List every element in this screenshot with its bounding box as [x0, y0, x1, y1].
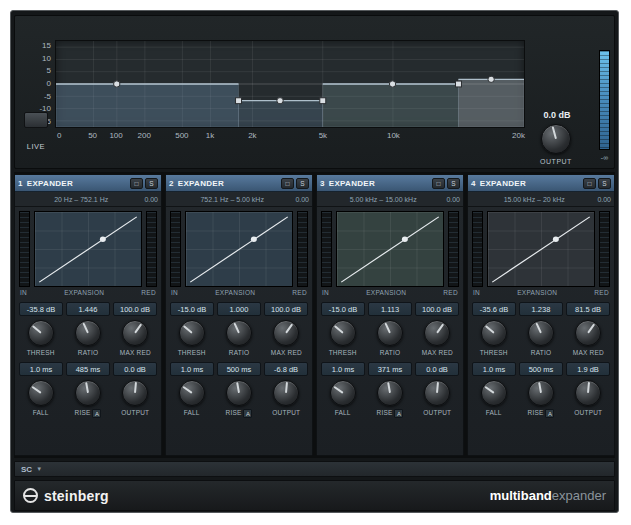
band-bypass-button[interactable]: □ [583, 178, 596, 189]
maxred-knob[interactable] [273, 320, 299, 346]
thresh-value[interactable]: -35.6 dB [472, 302, 516, 316]
band-frequency-range[interactable]: 752.1 Hz – 5.00 kHz 0.00 [166, 193, 312, 207]
curve-labels: IN EXPANSION RED [20, 289, 156, 296]
ratio-value[interactable]: 1.113 [368, 302, 412, 316]
rise-value[interactable]: 485 ms [66, 362, 110, 376]
maxred-knob[interactable] [424, 320, 450, 346]
thresh-value[interactable]: -15.0 dB [321, 302, 365, 316]
maxred-value[interactable]: 100.0 dB [415, 302, 459, 316]
auto-release-button[interactable]: A [394, 409, 403, 418]
db-tick: -5 [15, 92, 51, 101]
curve-handle[interactable] [100, 237, 106, 242]
band-2-region[interactable] [239, 101, 323, 127]
maxred-knob[interactable] [122, 320, 148, 346]
ratio-value[interactable]: 1.238 [519, 302, 563, 316]
auto-release-button[interactable]: A [243, 409, 252, 418]
frequency-plot[interactable] [55, 40, 525, 128]
band-output-value[interactable]: -6.8 dB [264, 362, 308, 376]
band-solo-button[interactable]: S [145, 178, 158, 189]
expansion-curve[interactable] [336, 211, 444, 287]
thresh-knob[interactable] [179, 320, 205, 346]
band-solo-button[interactable]: S [296, 178, 309, 189]
fall-knob[interactable] [481, 380, 507, 406]
rise-value[interactable]: 371 ms [368, 362, 412, 376]
ratio-knob[interactable] [226, 320, 252, 346]
band-output-knob[interactable] [575, 380, 601, 406]
band-output-value[interactable]: 0.0 dB [415, 362, 459, 376]
master-output-knob[interactable] [541, 124, 571, 154]
rise-value[interactable]: 500 ms [217, 362, 261, 376]
band-header[interactable]: 3 EXPANDER □ S [317, 175, 463, 192]
fall-value[interactable]: 1.0 ms [19, 362, 63, 376]
crossover-handle-3[interactable] [455, 81, 461, 87]
band-range-value: 0.00 [295, 196, 309, 203]
curve-handle[interactable] [251, 237, 257, 242]
band-output-value[interactable]: 1.9 dB [566, 362, 610, 376]
rise-knob[interactable] [377, 380, 403, 406]
thresh-value[interactable]: -15.0 dB [170, 302, 214, 316]
band-range-text: 752.1 Hz – 5.00 kHz [169, 196, 295, 203]
ratio-value[interactable]: 1.446 [66, 302, 110, 316]
freq-tick: 2k [248, 131, 256, 141]
band-solo-button[interactable]: S [447, 178, 460, 189]
band-header[interactable]: 4 EXPANDER □ S [468, 175, 614, 192]
ratio-knob[interactable] [377, 320, 403, 346]
band-1-gain-handle[interactable] [114, 81, 120, 87]
fall-knob[interactable] [28, 380, 54, 406]
rise-knob[interactable] [226, 380, 252, 406]
auto-release-button[interactable]: A [545, 409, 554, 418]
frequency-scale: 0 50 100 200 500 1k 2k 5k 10k 20k [55, 131, 525, 141]
fall-value[interactable]: 1.0 ms [472, 362, 516, 376]
band-output-knob[interactable] [273, 380, 299, 406]
band-4-gain-handle[interactable] [488, 76, 494, 82]
band-output-knob[interactable] [122, 380, 148, 406]
thresh-knob[interactable] [28, 320, 54, 346]
band-bypass-button[interactable]: □ [130, 178, 143, 189]
curve-handle[interactable] [402, 237, 408, 242]
sidechain-section-toggle[interactable]: SC ▼ [14, 461, 615, 477]
band-3-region[interactable] [323, 84, 459, 127]
expansion-curve[interactable] [34, 211, 142, 287]
band-header[interactable]: 2 EXPANDER □ S [166, 175, 312, 192]
rise-knob[interactable] [75, 380, 101, 406]
fall-knob[interactable] [179, 380, 205, 406]
band-solo-button[interactable]: S [598, 178, 611, 189]
band-range-text: 5.00 kHz – 15.00 kHz [320, 196, 446, 203]
maxred-value[interactable]: 100.0 dB [264, 302, 308, 316]
rise-value[interactable]: 500 ms [519, 362, 563, 376]
maxred-value[interactable]: 81.5 dB [566, 302, 610, 316]
expansion-curve[interactable] [487, 211, 595, 287]
thresh-knob[interactable] [330, 320, 356, 346]
fall-value[interactable]: 1.0 ms [321, 362, 365, 376]
crossover-handle-1[interactable] [236, 98, 242, 104]
rise-knob[interactable] [528, 380, 554, 406]
curve-handle[interactable] [553, 237, 559, 242]
ratio-value[interactable]: 1.000 [217, 302, 261, 316]
live-button[interactable] [24, 112, 48, 128]
ratio-knob[interactable] [75, 320, 101, 346]
expansion-curve[interactable] [185, 211, 293, 287]
band-output-value[interactable]: 0.0 dB [113, 362, 157, 376]
band-bypass-button[interactable]: □ [432, 178, 445, 189]
band-1-region[interactable] [56, 84, 239, 127]
ratio-knob[interactable] [528, 320, 554, 346]
curve-row [19, 211, 157, 287]
thresh-value[interactable]: -35.8 dB [19, 302, 63, 316]
fall-value[interactable]: 1.0 ms [170, 362, 214, 376]
band-bypass-button[interactable]: □ [281, 178, 294, 189]
band-3-gain-handle[interactable] [389, 81, 395, 87]
auto-release-button[interactable]: A [92, 409, 101, 418]
thresh-knob[interactable] [481, 320, 507, 346]
maxred-value[interactable]: 100.0 dB [113, 302, 157, 316]
band-frequency-range[interactable]: 15.00 kHz – 20 kHz 0.00 [468, 193, 614, 207]
band-frequency-range[interactable]: 5.00 kHz – 15.00 kHz 0.00 [317, 193, 463, 207]
band-frequency-range[interactable]: 20 Hz – 752.1 Hz 0.00 [15, 193, 161, 207]
crossover-handle-2[interactable] [320, 98, 326, 104]
maxred-knob[interactable] [575, 320, 601, 346]
band-2-gain-handle[interactable] [277, 98, 283, 104]
band-output-knob[interactable] [424, 380, 450, 406]
band-4-region[interactable] [458, 79, 524, 127]
master-output-value[interactable]: 0.0 dB [529, 110, 585, 120]
fall-knob[interactable] [330, 380, 356, 406]
band-header[interactable]: 1 EXPANDER □ S [15, 175, 161, 192]
